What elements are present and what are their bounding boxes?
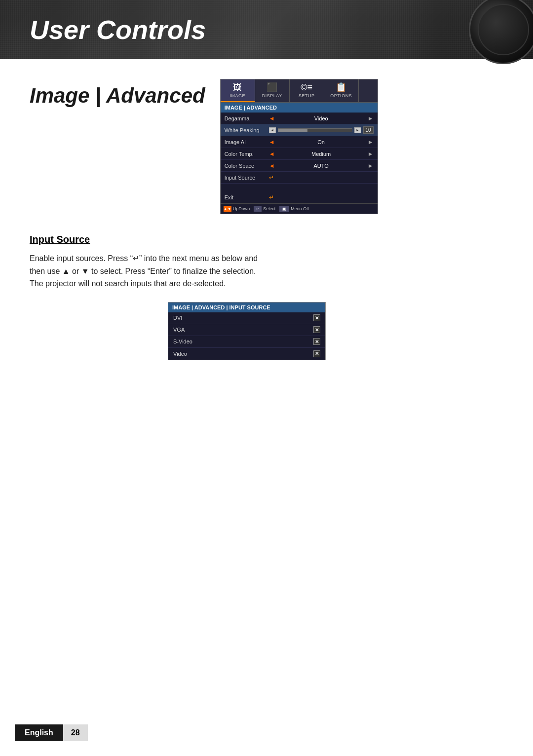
menu-off-icon: ▣	[279, 206, 289, 212]
osd-tab-options[interactable]: 📋 OPTIONS	[324, 79, 359, 102]
slider-fill	[278, 129, 308, 132]
osd-row-spacer	[221, 184, 378, 191]
color-temp-right-arrow[interactable]: ►	[368, 151, 374, 157]
svideo-checkbox[interactable]: ✕	[313, 338, 320, 345]
color-space-controls: ◄ AUTO ►	[269, 162, 374, 169]
degamma-value: Video	[277, 115, 366, 121]
white-peaking-controls: ◄ ► 10	[269, 126, 374, 134]
footer-page-number: 28	[63, 724, 88, 741]
display-tab-icon: ⬛	[265, 82, 279, 92]
options-tab-icon: 📋	[334, 82, 348, 92]
image-tab-icon: 🖼	[230, 82, 244, 92]
osd-tab-setup[interactable]: ©≡ SETUP	[290, 79, 324, 102]
image-ai-value: On	[277, 139, 366, 145]
page-title: User Controls	[30, 14, 206, 45]
footer-menu-off: ▣ Menu Off	[279, 206, 309, 212]
image-ai-controls: ◄ On ►	[269, 139, 374, 146]
slider-thumb-left[interactable]: ◄	[269, 127, 276, 133]
input-source-breadcrumb: IMAGE | ADVANCED | INPUT SOURCE	[168, 302, 325, 312]
footer-language: English	[15, 724, 63, 741]
white-peaking-label: White Peaking	[225, 127, 269, 133]
footer-updown: ▲▼ UpDown	[224, 206, 250, 212]
osd-row-exit[interactable]: Exit ↵	[221, 191, 378, 203]
page-footer: English 28	[0, 724, 533, 741]
degamma-left-arrow[interactable]: ◄	[269, 115, 275, 122]
osd-row-color-temp: Color Temp. ◄ Medium ►	[221, 148, 378, 160]
color-temp-label: Color Temp.	[225, 151, 269, 157]
section-subtitle: Image | Advanced	[30, 84, 205, 108]
color-space-right-arrow[interactable]: ►	[368, 162, 374, 169]
osd-row-color-space: Color Space ◄ AUTO ►	[221, 160, 378, 172]
color-temp-left-arrow[interactable]: ◄	[269, 151, 275, 157]
input-source-row-video[interactable]: Video ✕	[168, 348, 325, 360]
exit-label: Exit	[225, 194, 269, 200]
degamma-right-arrow[interactable]: ►	[368, 115, 374, 122]
input-source-desc-3: The projector will not search inputs tha…	[30, 279, 226, 288]
degamma-label: Degamma	[225, 115, 269, 121]
input-source-row-vga[interactable]: VGA ✕	[168, 324, 325, 336]
image-ai-left-arrow[interactable]: ◄	[269, 139, 275, 146]
input-source-desc-1: Enable input sources. Press “↵” into the…	[30, 254, 258, 263]
input-source-section: Input Source Enable input sources. Press…	[30, 234, 503, 360]
osd-row-white-peaking: White Peaking ◄ ► 10	[221, 124, 378, 136]
vga-checkbox[interactable]: ✕	[313, 326, 320, 333]
osd-tabs: 🖼 IMAGE ⬛ DISPLAY ©≡ SETUP 📋 OPTIONS	[221, 79, 378, 103]
color-space-value: AUTO	[277, 163, 366, 169]
osd-row-input-source[interactable]: Input Source ↵	[221, 172, 378, 184]
footer-select: ↵ Select	[254, 206, 275, 212]
osd-layout: Image | Advanced 🖼 IMAGE ⬛ DISPLAY ©≡	[30, 79, 503, 214]
input-source-desc: Enable input sources. Press “↵” into the…	[30, 252, 375, 290]
display-tab-label: DISPLAY	[262, 93, 282, 98]
slider-thumb-right[interactable]: ►	[354, 127, 361, 133]
select-label: Select	[263, 206, 275, 211]
video-checkbox[interactable]: ✕	[313, 350, 320, 357]
image-ai-label: Image AI	[225, 139, 269, 145]
osd-breadcrumb: IMAGE | ADVANCED	[221, 103, 378, 113]
camera-lens-decoration	[469, 0, 533, 64]
image-ai-right-arrow[interactable]: ►	[368, 139, 374, 146]
updown-icon: ▲▼	[224, 206, 231, 212]
exit-enter-icon[interactable]: ↵	[269, 194, 274, 201]
updown-label: UpDown	[233, 206, 250, 211]
input-source-menu: IMAGE | ADVANCED | INPUT SOURCE DVI ✕ VG…	[168, 302, 326, 360]
input-source-desc-2: then use ▲ or ▼ to select. Press “Enter”…	[30, 267, 256, 275]
osd-tab-display[interactable]: ⬛ DISPLAY	[255, 79, 290, 102]
setup-tab-label: SETUP	[299, 93, 315, 98]
svideo-label: S-Video	[173, 339, 192, 344]
color-space-left-arrow[interactable]: ◄	[269, 162, 275, 169]
vga-label: VGA	[173, 327, 185, 333]
select-icon: ↵	[254, 206, 262, 212]
osd-row-image-ai: Image AI ◄ On ►	[221, 136, 378, 148]
image-tab-label: IMAGE	[229, 93, 245, 98]
osd-left: Image | Advanced	[30, 79, 205, 117]
osd-tab-image[interactable]: 🖼 IMAGE	[221, 79, 255, 102]
main-content: Image | Advanced 🖼 IMAGE ⬛ DISPLAY ©≡	[0, 59, 533, 380]
input-source-enter-icon[interactable]: ↵	[269, 174, 274, 181]
input-source-row-svideo[interactable]: S-Video ✕	[168, 336, 325, 348]
input-source-title: Input Source	[30, 234, 503, 245]
menu-off-label: Menu Off	[291, 206, 309, 211]
options-tab-label: OPTIONS	[330, 93, 352, 98]
color-temp-value: Medium	[277, 151, 366, 157]
input-source-controls: ↵	[269, 174, 374, 181]
header-section: User Controls	[0, 0, 533, 59]
color-space-label: Color Space	[225, 163, 269, 169]
dvi-checkbox[interactable]: ✕	[313, 314, 320, 321]
input-source-menu-label: Input Source	[225, 175, 269, 181]
white-peaking-value: 10	[363, 126, 374, 134]
input-source-row-dvi[interactable]: DVI ✕	[168, 312, 325, 324]
dvi-label: DVI	[173, 315, 182, 321]
setup-tab-icon: ©≡	[300, 82, 313, 92]
exit-controls: ↵	[269, 194, 374, 201]
video-label: Video	[173, 351, 187, 357]
osd-menu: 🖼 IMAGE ⬛ DISPLAY ©≡ SETUP 📋 OPTIONS	[220, 79, 378, 214]
slider-track[interactable]	[278, 128, 352, 132]
osd-right: 🖼 IMAGE ⬛ DISPLAY ©≡ SETUP 📋 OPTIONS	[220, 79, 503, 214]
osd-row-degamma: Degamma ◄ Video ►	[221, 113, 378, 124]
color-temp-controls: ◄ Medium ►	[269, 151, 374, 157]
osd-footer: ▲▼ UpDown ↵ Select ▣ Menu Off	[221, 203, 378, 214]
degamma-controls: ◄ Video ►	[269, 115, 374, 122]
